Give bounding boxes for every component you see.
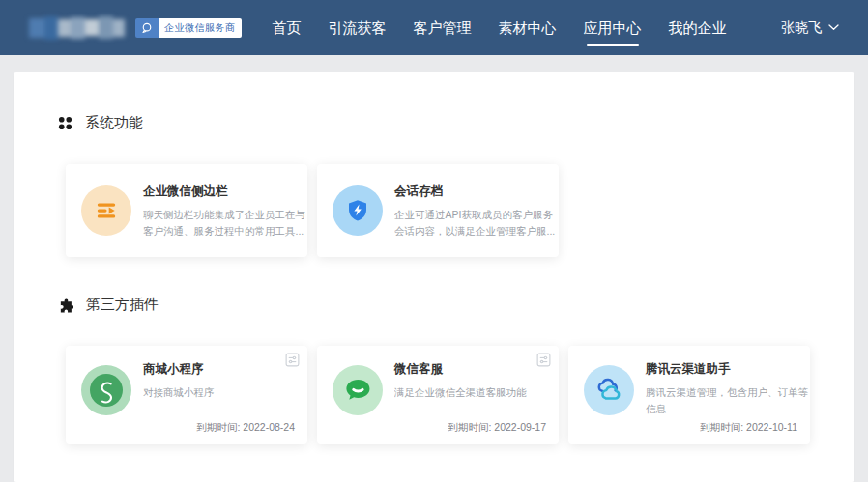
card-title: 会话存档 — [394, 184, 547, 200]
puzzle-icon — [58, 298, 73, 313]
card-text: 微信客服 满足企业微信全渠道客服功能 — [394, 361, 547, 401]
chat-search-icon — [135, 18, 159, 38]
nav-item-enterprise[interactable]: 我的企业 — [669, 0, 727, 55]
expiry-date: 到期时间: 2022-10-11 — [700, 421, 797, 435]
card-text: 企业微信侧边栏 聊天侧边栏功能集成了企业员工在与客户沟通、服务过程中的常用工具.… — [143, 182, 296, 240]
card-title: 微信客服 — [394, 361, 547, 378]
main-area: 系统功能 企业微信侧边栏 聊天侧边栏功能集成了企业员工在与客户沟通、服务过程中的… — [0, 55, 868, 482]
nav-item-home[interactable]: 首页 — [273, 0, 302, 55]
card-text: 腾讯云渠道助手 腾讯云渠道管理，包含用户、订单等信息 — [646, 361, 798, 417]
nav-item-materials[interactable]: 素材中心 — [499, 0, 557, 55]
badge-label: 企业微信服务商 — [159, 18, 242, 38]
company-logo[interactable] — [29, 15, 128, 41]
section-title: 第三方插件 — [86, 296, 159, 314]
user-menu[interactable]: 张晓飞 — [781, 19, 839, 37]
system-cards-row: 企业微信侧边栏 聊天侧边栏功能集成了企业员工在与客户沟通、服务过程中的常用工具.… — [66, 164, 816, 257]
settings-sliders-icon[interactable] — [536, 353, 551, 367]
tencent-cloud-icon — [584, 365, 634, 415]
card-description: 满足企业微信全渠道客服功能 — [394, 384, 559, 401]
nav-menu: 首页 引流获客 客户管理 素材中心 应用中心 我的企业 — [273, 0, 727, 55]
section-header-system: 系统功能 — [58, 114, 816, 132]
card-text: 商城小程序 对接商城小程序 — [143, 361, 296, 401]
card-description: 企业可通过API获取成员的客户服务会话内容，以满足企业管理客户服... — [394, 207, 559, 240]
grid-icon — [58, 116, 72, 130]
user-name: 张晓飞 — [781, 19, 822, 37]
card-description: 对接商城小程序 — [143, 384, 307, 401]
card-mall-miniprogram[interactable]: 商城小程序 对接商城小程序 到期时间: 2022-08-24 — [66, 346, 307, 444]
card-wechat-customer-service[interactable]: 微信客服 满足企业微信全渠道客服功能 到期时间: 2022-09-17 — [317, 346, 559, 444]
nav-item-traffic[interactable]: 引流获客 — [329, 0, 387, 55]
expiry-date: 到期时间: 2022-08-24 — [196, 421, 295, 435]
shield-lightning-icon — [333, 185, 383, 236]
nav-item-apps[interactable]: 应用中心 — [584, 0, 642, 55]
card-text: 会话存档 企业可通过API获取成员的客户服务会话内容，以满足企业管理客户服... — [394, 182, 547, 240]
card-wecom-sidebar[interactable]: 企业微信侧边栏 聊天侧边栏功能集成了企业员工在与客户沟通、服务过程中的常用工具.… — [66, 164, 307, 257]
top-navbar: 企业微信服务商 首页 引流获客 客户管理 素材中心 应用中心 我的企业 张晓飞 — [0, 0, 868, 55]
card-description: 聊天侧边栏功能集成了企业员工在与客户沟通、服务过程中的常用工具... — [143, 207, 307, 240]
miniprogram-icon — [81, 365, 131, 415]
chat-bubble-icon — [333, 365, 383, 415]
section-title: 系统功能 — [85, 114, 143, 132]
card-session-archive[interactable]: 会话存档 企业可通过API获取成员的客户服务会话内容，以满足企业管理客户服... — [317, 164, 559, 257]
card-title: 商城小程序 — [143, 361, 296, 378]
card-title: 企业微信侧边栏 — [143, 184, 296, 200]
settings-sliders-icon[interactable] — [285, 353, 300, 367]
card-title: 腾讯云渠道助手 — [646, 361, 798, 378]
nav-item-customers[interactable]: 客户管理 — [414, 0, 472, 55]
chevron-down-icon — [828, 24, 839, 31]
expiry-date: 到期时间: 2022-09-17 — [448, 421, 546, 435]
plugin-cards-row: 商城小程序 对接商城小程序 到期时间: 2022-08-24 — [66, 346, 816, 444]
card-description: 腾讯云渠道管理，包含用户、订单等信息 — [646, 384, 810, 417]
content-panel: 系统功能 企业微信侧边栏 聊天侧边栏功能集成了企业员工在与客户沟通、服务过程中的… — [14, 72, 854, 482]
card-tencent-cloud-assistant[interactable]: 腾讯云渠道助手 腾讯云渠道管理，包含用户、订单等信息 到期时间: 2022-10… — [568, 346, 810, 444]
section-header-plugins: 第三方插件 — [58, 296, 816, 314]
sidebar-list-icon — [81, 185, 131, 236]
service-provider-badge: 企业微信服务商 — [135, 18, 242, 38]
